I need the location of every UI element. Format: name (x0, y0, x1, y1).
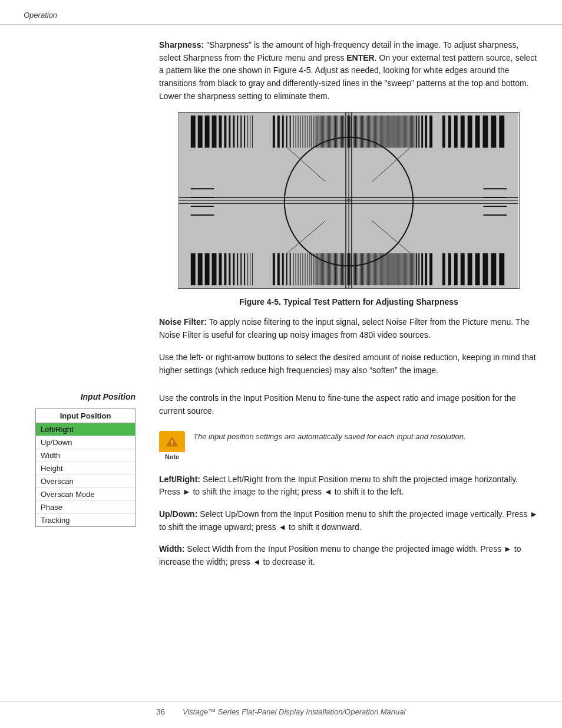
note-box: ! Note The input position settings are a… (159, 427, 538, 464)
noise-filter-text: To apply noise filtering to the input si… (159, 317, 530, 340)
svg-rect-228 (396, 253, 396, 286)
svg-rect-175 (334, 253, 335, 286)
menu-box-header: Input Position (36, 409, 135, 423)
svg-rect-231 (399, 253, 400, 286)
svg-rect-3 (205, 116, 210, 148)
svg-rect-165 (322, 253, 323, 286)
menu-item-tracking[interactable]: Tracking (36, 514, 135, 526)
svg-rect-212 (378, 253, 378, 286)
svg-rect-90 (386, 116, 386, 148)
svg-rect-46 (334, 116, 335, 148)
svg-rect-202 (366, 253, 366, 286)
svg-rect-233 (402, 253, 402, 286)
svg-rect-103 (401, 116, 401, 148)
svg-rect-25 (305, 116, 306, 148)
menu-item-leftright[interactable]: Left/Right (36, 423, 135, 436)
svg-rect-119 (425, 116, 427, 148)
note-text-content: The input position settings are automati… (193, 431, 466, 443)
svg-rect-220 (387, 253, 388, 286)
svg-rect-251 (448, 253, 451, 286)
svg-rect-139 (240, 253, 242, 286)
svg-rect-4 (212, 116, 217, 148)
svg-rect-136 (229, 253, 230, 286)
svg-rect-186 (347, 253, 348, 286)
svg-rect-66 (358, 116, 358, 148)
svg-rect-159 (315, 253, 315, 286)
menu-item-phase[interactable]: Phase (36, 501, 135, 514)
svg-rect-124 (461, 116, 465, 148)
svg-rect-140 (244, 253, 245, 286)
svg-rect-225 (393, 253, 394, 286)
svg-rect-54 (343, 116, 344, 148)
svg-rect-134 (219, 253, 222, 286)
up-down-text: Select Up/Down from the Input Position m… (159, 509, 538, 532)
svg-rect-97 (394, 116, 394, 148)
svg-rect-194 (356, 253, 357, 286)
svg-rect-189 (351, 253, 351, 286)
svg-rect-138 (237, 253, 238, 286)
svg-rect-218 (385, 253, 385, 286)
svg-rect-171 (329, 253, 330, 286)
svg-rect-69 (361, 116, 362, 148)
svg-rect-133 (212, 253, 217, 286)
svg-rect-76 (369, 116, 370, 148)
svg-rect-52 (341, 116, 342, 148)
svg-rect-257 (491, 253, 496, 286)
main-content: Sharpness: "Sharpness" is the amount of … (147, 39, 538, 386)
svg-rect-222 (389, 253, 390, 286)
note-text: The input position settings are automati… (193, 430, 466, 441)
svg-rect-87 (382, 116, 383, 148)
svg-rect-247 (421, 253, 423, 286)
menu-item-updown[interactable]: Up/Down (36, 436, 135, 449)
left-right-section: Left/Right: Select Left/Right from the I… (159, 473, 538, 499)
svg-rect-107 (405, 116, 406, 148)
svg-rect-131 (198, 253, 203, 286)
svg-rect-256 (482, 253, 488, 286)
svg-rect-230 (398, 253, 399, 286)
svg-rect-191 (353, 253, 353, 286)
sidebar (24, 39, 147, 386)
svg-rect-196 (359, 253, 359, 286)
header-bar: Operation (0, 0, 562, 25)
menu-item-overscan-mode[interactable]: Overscan Mode (36, 488, 135, 501)
svg-rect-149 (293, 253, 294, 286)
menu-item-width[interactable]: Width (36, 449, 135, 462)
svg-rect-219 (386, 253, 386, 286)
svg-rect-188 (349, 253, 350, 286)
menu-item-overscan[interactable]: Overscan (36, 475, 135, 488)
svg-rect-29 (313, 116, 313, 148)
svg-rect-18 (286, 116, 287, 148)
svg-rect-253 (461, 253, 465, 286)
enter-label: ENTER (346, 53, 374, 62)
svg-rect-200 (363, 253, 364, 286)
svg-rect-43 (330, 116, 331, 148)
test-pattern-container (159, 112, 538, 289)
svg-rect-30 (315, 116, 315, 148)
svg-rect-62 (353, 116, 353, 148)
svg-rect-68 (360, 116, 361, 148)
svg-rect-63 (354, 116, 355, 148)
input-position-sidebar: Input Position Input Position Left/Right… (24, 392, 147, 578)
svg-rect-150 (296, 253, 296, 286)
svg-rect-34 (320, 116, 320, 148)
svg-rect-104 (402, 116, 402, 148)
svg-rect-48 (336, 116, 337, 148)
svg-rect-163 (320, 253, 320, 286)
svg-rect-96 (393, 116, 394, 148)
svg-rect-210 (375, 253, 376, 286)
svg-rect-167 (325, 253, 325, 286)
svg-rect-126 (475, 116, 480, 148)
svg-rect-94 (391, 116, 391, 148)
svg-rect-12 (247, 116, 248, 148)
note-icon: ! Note (159, 431, 185, 460)
page-number: 36 (157, 707, 165, 716)
svg-rect-67 (359, 116, 359, 148)
menu-item-height[interactable]: Height (36, 462, 135, 475)
svg-rect-179 (339, 253, 339, 286)
svg-rect-95 (392, 116, 392, 148)
svg-rect-50 (339, 116, 339, 148)
input-position-intro: Use the controls in the Input Position M… (159, 392, 538, 417)
svg-rect-207 (372, 253, 372, 286)
page-footer: 36 Vistage™ Series Flat-Panel Display In… (0, 701, 562, 716)
svg-rect-51 (340, 116, 340, 148)
